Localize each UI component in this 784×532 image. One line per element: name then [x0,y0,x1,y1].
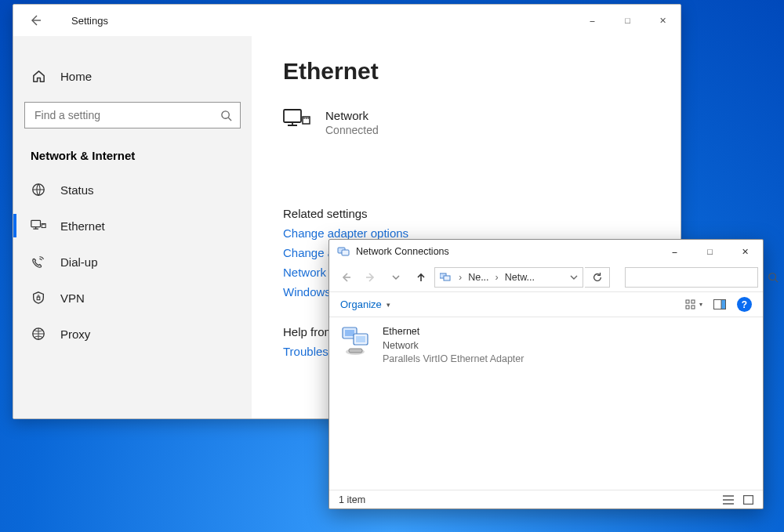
adapter-name: Ethernet [383,325,524,339]
svg-rect-6 [284,110,301,122]
adapter-network: Network [383,339,524,353]
vpn-icon [31,291,46,305]
link-change-adapter[interactable]: Change adapter options [283,226,674,240]
svg-rect-22 [356,336,365,342]
nav-back-button[interactable] [334,266,358,288]
organize-label: Organize [340,299,382,310]
network-status: Connected [325,124,379,136]
maximize-button[interactable]: □ [610,9,645,32]
arrow-up-icon [416,272,426,283]
settings-search-input[interactable] [24,102,241,128]
help-button[interactable]: ? [737,297,752,312]
home-button[interactable]: Home [13,58,252,94]
back-button[interactable] [29,14,46,27]
settings-search-field[interactable] [33,108,220,122]
explorer-titlebar[interactable]: Network Connections ‒ □ ✕ [329,240,763,263]
settings-sidebar: Home Network & Internet Status [13,36,252,418]
status-item-count: 1 item [339,494,365,505]
dialup-icon [31,255,46,269]
chevron-down-icon[interactable] [570,273,578,281]
explorer-maximize-button[interactable]: □ [692,240,728,263]
sidebar-item-proxy[interactable]: Proxy [13,316,252,352]
refresh-button[interactable] [585,267,610,288]
breadcrumb-sep-icon: › [494,272,500,283]
explorer-title: Network Connections [356,246,449,257]
adapter-device: Parallels VirtIO Ethernet Adapter [383,353,524,367]
sidebar-item-ethernet[interactable]: Ethernet [13,208,252,244]
organize-button[interactable]: Organize ▾ [340,299,390,310]
adapter-item-ethernet[interactable]: Ethernet Network Parallels VirtIO Ethern… [340,325,528,367]
svg-rect-14 [691,300,695,303]
svg-rect-4 [37,297,40,300]
home-icon [31,69,46,84]
search-icon [220,110,232,121]
explorer-minimize-button[interactable]: ‒ [657,240,692,263]
arrow-right-icon [365,272,376,283]
home-label: Home [60,70,92,83]
view-large-icons-button[interactable] [743,495,753,505]
nav-forward-button[interactable] [359,266,383,288]
network-name: Network [325,108,379,124]
refresh-icon [592,272,603,283]
svg-rect-18 [721,300,726,309]
related-heading: Related settings [283,207,674,220]
view-icons-button[interactable]: ▾ [685,299,702,310]
proxy-icon [31,327,46,341]
settings-window-title: Settings [71,15,108,27]
sidebar-item-vpn[interactable]: VPN [13,280,252,316]
address-bar[interactable]: › Ne... › Netw... [434,267,583,288]
breadcrumb-sep-icon: › [457,272,463,283]
sidebar-item-label: Status [60,183,94,197]
svg-point-12 [769,273,776,280]
close-button[interactable]: ✕ [645,9,681,32]
svg-rect-20 [345,330,354,336]
nav-recent-button[interactable] [384,266,408,288]
preview-pane-button[interactable] [713,299,726,309]
status-icon [31,183,46,197]
network-adapter-icon [340,325,373,356]
explorer-close-button[interactable]: ✕ [728,240,763,263]
svg-rect-9 [342,250,349,255]
search-icon [768,272,779,283]
chevron-down-icon: ▾ [387,301,390,309]
svg-rect-13 [686,300,689,303]
explorer-search-input[interactable] [625,267,758,288]
explorer-navbar: › Ne... › Netw... [329,263,763,291]
large-icons-icon [743,495,753,505]
list-icon [723,495,734,505]
explorer-search-field[interactable] [632,271,768,284]
svg-rect-24 [349,349,362,353]
svg-point-0 [222,110,229,118]
explorer-toolbar: Organize ▾ ▾ ? [329,291,763,317]
sidebar-item-label: VPN [60,291,85,305]
nav-up-button[interactable] [409,266,433,288]
breadcrumb-seg[interactable]: Ne... [468,272,488,283]
minimize-button[interactable]: ‒ [575,9,610,32]
chevron-down-icon [392,273,400,281]
explorer-window: Network Connections ‒ □ ✕ › Ne... › Netw… [328,239,764,509]
monitor-ethernet-icon [283,108,311,133]
svg-rect-2 [31,220,41,226]
sidebar-item-status[interactable]: Status [13,172,252,208]
svg-rect-25 [744,495,753,504]
ethernet-icon [31,219,46,233]
explorer-content[interactable]: Ethernet Network Parallels VirtIO Ethern… [329,317,763,490]
preview-pane-icon [713,299,726,309]
network-card[interactable]: Network Connected [283,108,674,136]
sidebar-item-label: Proxy [60,328,90,341]
address-icon [440,272,452,283]
network-connections-icon [337,245,350,258]
sidebar-item-label: Dial-up [60,255,98,269]
svg-rect-16 [691,306,695,309]
arrow-left-icon [29,14,42,27]
sidebar-section-label: Network & Internet [13,132,252,172]
view-details-button[interactable] [723,495,734,505]
sidebar-item-label: Ethernet [60,219,105,233]
explorer-statusbar: 1 item [329,490,763,508]
svg-rect-11 [444,276,450,280]
sidebar-item-dialup[interactable]: Dial-up [13,244,252,280]
svg-rect-15 [686,306,689,309]
page-title: Ethernet [283,58,674,85]
breadcrumb-seg[interactable]: Netw... [505,272,535,283]
settings-titlebar: Settings ‒ □ ✕ [13,5,681,36]
